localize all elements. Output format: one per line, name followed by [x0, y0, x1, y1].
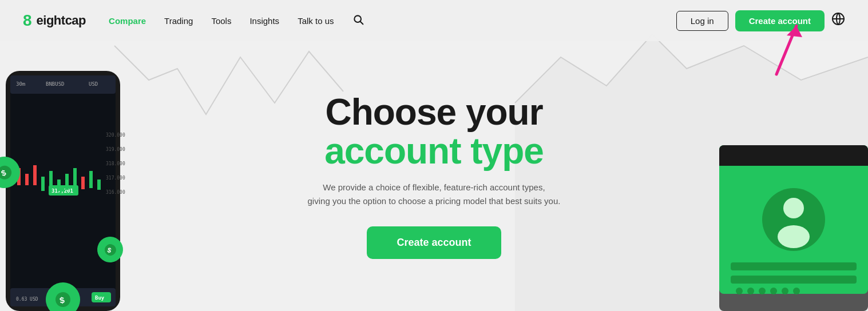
svg-point-49 — [736, 288, 743, 294]
header-left: 8 eightcap Compare Trading Tools Insight… — [23, 13, 364, 29]
main-nav: Compare Trading Tools Insights Talk to u… — [109, 14, 363, 28]
svg-point-45 — [783, 198, 804, 218]
svg-point-46 — [778, 225, 810, 248]
svg-text:318.000: 318.000 — [106, 161, 125, 166]
nav-trading[interactable]: Trading — [164, 16, 193, 26]
nav-talk-to-us[interactable]: Talk to us — [298, 16, 334, 26]
svg-rect-18 — [49, 171, 53, 188]
logo-icon: 8 — [23, 13, 32, 29]
svg-point-52 — [770, 288, 777, 294]
svg-line-2 — [360, 21, 363, 24]
svg-rect-20 — [65, 174, 69, 190]
svg-rect-22 — [81, 177, 85, 189]
svg-text:320.000: 320.000 — [106, 133, 125, 138]
create-account-header-button[interactable]: Create account — [735, 10, 825, 31]
svg-rect-21 — [73, 168, 77, 188]
svg-rect-48 — [731, 276, 857, 284]
hero-content: Choose your account type We provide a ch… — [308, 93, 561, 258]
svg-rect-43 — [719, 157, 868, 166]
svg-text:319.000: 319.000 — [106, 147, 125, 152]
svg-text:30m: 30m — [16, 81, 25, 87]
svg-rect-24 — [97, 180, 101, 190]
card-mockup — [719, 145, 868, 311]
svg-rect-19 — [57, 180, 61, 191]
svg-text:USD: USD — [89, 81, 98, 87]
svg-rect-17 — [41, 177, 45, 191]
hero-title-line2: account type — [308, 132, 561, 170]
svg-text:0.63 USD: 0.63 USD — [16, 297, 38, 302]
svg-text:317.000: 317.000 — [106, 176, 125, 181]
svg-point-54 — [793, 288, 800, 294]
header: 8 eightcap Compare Trading Tools Insight… — [0, 0, 868, 41]
nav-insights[interactable]: Insights — [249, 16, 279, 26]
header-right: Log in Create account — [676, 10, 845, 31]
svg-text:Buy: Buy — [95, 295, 105, 301]
globe-icon[interactable] — [831, 12, 845, 29]
hero-title-line1: Choose your — [308, 93, 561, 131]
logo[interactable]: 8 eightcap — [23, 13, 86, 29]
logo-text: eightcap — [37, 13, 86, 28]
nav-tools[interactable]: Tools — [211, 16, 231, 26]
svg-text:317,201: 317,201 — [51, 188, 73, 194]
phone-mockup: 30m BNBUSD USD 317,201 — [0, 65, 126, 311]
svg-rect-16 — [33, 165, 37, 185]
hero-section: 30m BNBUSD USD 317,201 — [0, 41, 868, 311]
create-account-cta-button[interactable]: Create account — [367, 226, 501, 259]
svg-rect-47 — [731, 262, 857, 270]
svg-point-50 — [747, 288, 754, 294]
svg-text:BNBUSD: BNBUSD — [46, 81, 65, 87]
svg-point-53 — [782, 288, 788, 294]
hero-subtitle: We provide a choice of flexible, feature… — [308, 181, 561, 208]
nav-compare[interactable]: Compare — [109, 16, 146, 26]
svg-point-51 — [759, 288, 766, 294]
login-button[interactable]: Log in — [676, 11, 728, 31]
svg-rect-15 — [25, 174, 29, 185]
search-icon[interactable] — [352, 14, 364, 28]
svg-text:316.000: 316.000 — [106, 190, 125, 195]
svg-rect-23 — [89, 171, 93, 188]
